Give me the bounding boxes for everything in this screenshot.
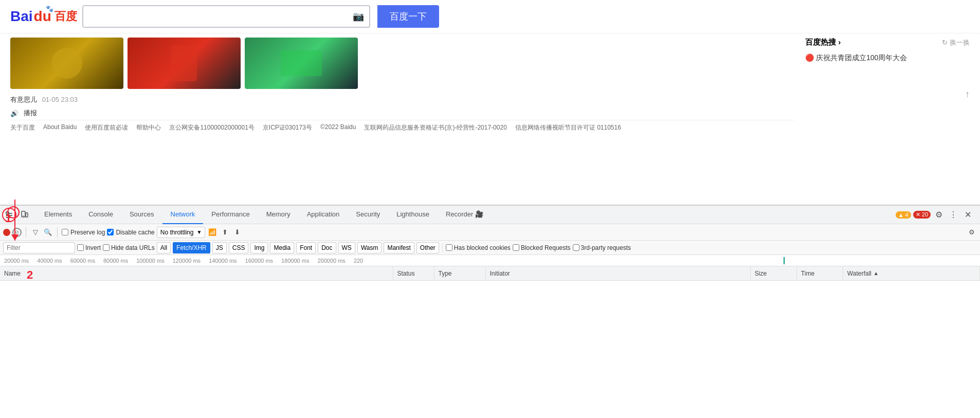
tab-security[interactable]: Security	[348, 206, 388, 224]
blocked-requests-label[interactable]: Blocked Requests	[513, 244, 571, 251]
preserve-log-checkbox[interactable]	[62, 229, 68, 235]
blocked-requests-checkbox[interactable]	[513, 244, 519, 251]
footer-link-icp1[interactable]: 京公网安备11000002000001号	[169, 123, 254, 132]
hide-data-urls-checkbox[interactable]	[103, 244, 110, 251]
network-table-header: Name Status Type Initiator Size Time Wat…	[0, 266, 980, 281]
filter-manifest-btn[interactable]: Manifest	[384, 242, 414, 253]
invert-checkbox[interactable]	[77, 244, 84, 251]
filter-ws-btn[interactable]: WS	[338, 242, 355, 253]
scroll-up-icon[interactable]: ↑	[965, 89, 970, 100]
tab-network[interactable]: Network	[162, 206, 204, 224]
third-party-checkbox[interactable]	[573, 244, 579, 251]
content-row: 有意思儿 01-05 23:03 🔊 播报 关于百度 About Baidu 使…	[0, 33, 980, 135]
tab-recorder[interactable]: Recorder 🎥	[438, 206, 492, 224]
tab-application[interactable]: Application	[299, 206, 348, 224]
warn-badge[interactable]: ▲ 4	[896, 211, 911, 219]
disable-cache-label[interactable]: Disable cache	[107, 229, 154, 236]
col-header-initiator[interactable]: Initiator	[486, 266, 751, 280]
device-toolbar-button[interactable]	[17, 208, 32, 222]
footer-link-icp2[interactable]: 京ICP证030173号	[263, 123, 312, 132]
third-party-label[interactable]: 3rd-party requests	[573, 244, 631, 251]
filter-js-btn[interactable]: JS	[212, 242, 227, 253]
third-party-text: 3rd-party requests	[581, 244, 631, 251]
invert-label[interactable]: Invert	[77, 244, 101, 251]
footer-link-about-baidu-en[interactable]: About Baidu	[43, 123, 77, 132]
filter-all-btn[interactable]: All	[157, 242, 171, 253]
blocked-requests-text: Blocked Requests	[521, 244, 571, 251]
camera-icon[interactable]: 📷	[348, 11, 369, 22]
footer-link-about-baidu-cn[interactable]: 关于百度	[10, 123, 35, 132]
hot-refresh-btn[interactable]: ↻ 换一换	[942, 38, 970, 47]
news-audio-label: 播报	[24, 108, 37, 118]
timeline-120000: 120000 ms	[169, 258, 205, 264]
annotation-number-2: 2	[27, 268, 33, 282]
tab-memory[interactable]: Memory	[258, 206, 299, 224]
filter-other-btn[interactable]: Other	[416, 242, 439, 253]
hot-search-title[interactable]: 百度热搜 ›	[805, 38, 841, 47]
timeline-200000: 200000 ms	[313, 258, 349, 264]
right-panel: 百度热搜 › ↻ 换一换 🔴 庆祝共青团成立100周年大会 ↑	[795, 33, 970, 135]
throttle-chevron: ▼	[196, 229, 202, 235]
col-header-size[interactable]: Size	[751, 266, 797, 280]
col-header-type[interactable]: Type	[434, 266, 486, 280]
hot-item-text[interactable]: 庆祝共青团成立100周年大会	[816, 53, 907, 63]
toolbar-separator-1	[26, 227, 26, 238]
news-source: 有意思儿	[10, 96, 37, 103]
more-options-button[interactable]: ⋮	[947, 209, 959, 221]
filter-wasm-btn[interactable]: Wasm	[357, 242, 382, 253]
filter-media-btn[interactable]: Media	[270, 242, 294, 253]
tab-sources[interactable]: Sources	[121, 206, 162, 224]
tab-console[interactable]: Console	[80, 206, 121, 224]
col-header-name[interactable]: Name	[0, 266, 393, 280]
col-header-waterfall[interactable]: Waterfall ▲	[843, 266, 980, 280]
devtools-top-right: ▲ 4 ✕ 20 ⚙ ⋮ ✕	[896, 209, 978, 221]
timeline-20000: 20000 ms	[0, 258, 33, 264]
timeline-100000: 100000 ms	[132, 258, 168, 264]
waterfall-sort-icon: ▲	[874, 270, 879, 276]
preserve-log-label[interactable]: Preserve log	[62, 229, 105, 236]
filter-css-btn[interactable]: CSS	[229, 242, 249, 253]
news-time: 01-05 23:03	[42, 96, 78, 103]
throttle-label: No throttling	[160, 229, 194, 236]
record-button[interactable]	[3, 229, 10, 236]
download-icon[interactable]: ⬇	[232, 227, 242, 238]
footer-link-broadcast[interactable]: 信息网络传播视听节目许可证 0110516	[515, 123, 621, 132]
has-blocked-cookies-checkbox[interactable]	[446, 244, 452, 251]
throttle-dropdown[interactable]: No throttling ▼	[157, 227, 206, 238]
network-settings-icon[interactable]: ⚙	[967, 227, 977, 238]
footer-links: 关于百度 About Baidu 使用百度前必读 帮助中心 京公网安备11000…	[10, 120, 795, 135]
upload-icon[interactable]: ⬆	[220, 227, 230, 238]
footer-link-notice[interactable]: 使用百度前必读	[85, 123, 128, 132]
settings-button[interactable]: ⚙	[933, 209, 945, 221]
error-badge[interactable]: ✕ 20	[913, 211, 931, 219]
has-blocked-cookies-label[interactable]: Has blocked cookies	[446, 244, 511, 251]
filter-font-btn[interactable]: Font	[296, 242, 316, 253]
wifi-icon[interactable]: 📶	[207, 227, 217, 238]
filter-input[interactable]	[3, 242, 75, 253]
col-header-status[interactable]: Status	[393, 266, 434, 280]
filter-img-btn[interactable]: Img	[250, 242, 268, 253]
col-header-time[interactable]: Time	[797, 266, 843, 280]
search-button[interactable]: 百度一下	[377, 5, 439, 28]
search-input[interactable]	[83, 6, 348, 27]
tab-lighthouse[interactable]: Lighthouse	[388, 206, 438, 224]
timeline-160000: 160000 ms	[241, 258, 277, 264]
footer-link-help[interactable]: 帮助中心	[136, 123, 161, 132]
logo-cn: 百度	[55, 9, 77, 24]
hide-data-urls-label[interactable]: Hide data URLs	[103, 244, 155, 251]
filter-icon[interactable]: ▽	[30, 227, 41, 238]
hot-item-icon: 🔴	[805, 53, 814, 62]
timeline-220: 220	[350, 258, 367, 264]
filter-fetch-xhr-btn[interactable]: Fetch/XHR	[173, 242, 210, 253]
close-devtools-button[interactable]: ✕	[961, 209, 974, 221]
network-toolbar: ⊘ ▽ 🔍 Preserve log Disable cache No thro…	[0, 224, 980, 241]
tab-elements[interactable]: Elements	[36, 206, 80, 224]
filter-doc-btn[interactable]: Doc	[318, 242, 336, 253]
footer-link-drug[interactable]: 互联网药品信息服务资格证书(京)-经营性-2017-0020	[364, 123, 506, 132]
search-icon[interactable]: 🔍	[43, 227, 53, 238]
svg-rect-7	[26, 213, 28, 217]
tab-performance[interactable]: Performance	[203, 206, 258, 224]
disable-cache-checkbox[interactable]	[107, 229, 114, 235]
images-row	[10, 33, 795, 93]
devtools-tabs: Elements Console Sources Network Perform…	[36, 206, 896, 224]
